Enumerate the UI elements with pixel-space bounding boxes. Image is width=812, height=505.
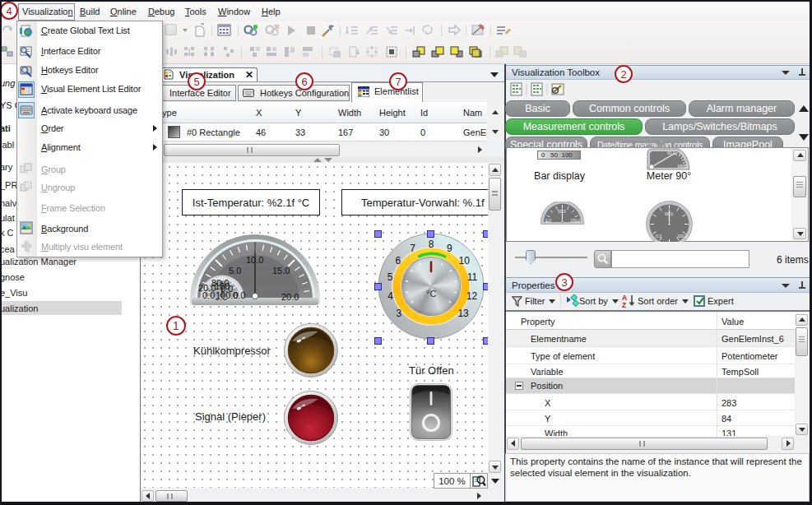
svg-text:15.0: 15.0 [272,266,290,276]
svg-text:50.0: 50.0 [558,209,566,214]
svg-text:100.0: 100.0 [570,218,581,223]
svg-text:20.0: 20.0 [281,292,299,302]
svg-text:0.0: 0.0 [656,234,661,239]
svg-text:0.0: 0.0 [545,218,551,223]
svg-text:100.0: 100.0 [677,234,688,239]
svg-text:°C: °C [426,289,436,299]
svg-text:Z: Z [622,301,626,309]
svg-text:90.0: 90.0 [667,151,675,155]
svg-text:180.0: 180.0 [677,164,688,169]
